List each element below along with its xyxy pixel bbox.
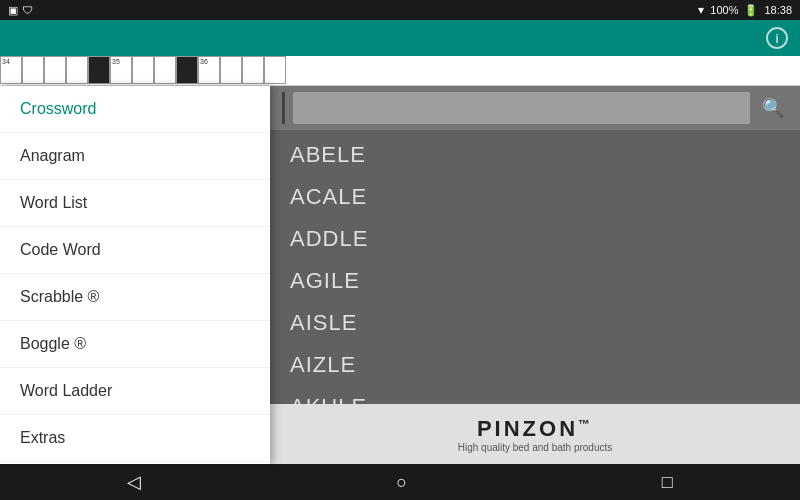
app-icon: ▣ bbox=[8, 4, 18, 17]
grid-cell[interactable] bbox=[264, 56, 286, 84]
clock: 18:38 bbox=[764, 4, 792, 16]
grid-cell-black bbox=[88, 56, 110, 84]
wifi-icon: ▾ bbox=[698, 3, 704, 17]
search-input-wrap bbox=[293, 92, 750, 124]
main-content: CrosswordAnagramWord ListCode WordScrabb… bbox=[0, 86, 800, 464]
grid-cell[interactable] bbox=[66, 56, 88, 84]
back-button[interactable]: ◁ bbox=[107, 467, 161, 497]
grid-cell[interactable] bbox=[132, 56, 154, 84]
sidebar-item-settings[interactable]: Settings bbox=[0, 462, 270, 464]
battery-icon: 🔋 bbox=[744, 4, 758, 17]
search-input[interactable] bbox=[303, 100, 740, 116]
sidebar-item-boggle[interactable]: Boggle ® bbox=[0, 321, 270, 368]
word-item[interactable]: AGILE bbox=[270, 260, 800, 302]
shield-icon: 🛡 bbox=[22, 4, 33, 16]
grid-cell-35[interactable]: 35 bbox=[110, 56, 132, 84]
sidebar-item-anagram[interactable]: Anagram bbox=[0, 133, 270, 180]
crossword-grid[interactable]: 34 35 36 bbox=[0, 56, 800, 86]
ad-tagline: High quality bed and bath products bbox=[458, 442, 613, 453]
search-bar: 🔍 bbox=[270, 86, 800, 130]
sidebar: CrosswordAnagramWord ListCode WordScrabb… bbox=[0, 86, 270, 464]
word-item[interactable]: ADDLE bbox=[270, 218, 800, 260]
sidebar-item-code-word[interactable]: Code Word bbox=[0, 227, 270, 274]
grid-cell[interactable] bbox=[154, 56, 176, 84]
word-item[interactable]: AISLE bbox=[270, 302, 800, 344]
grid-cell-34[interactable]: 34 bbox=[0, 56, 22, 84]
sidebar-item-extras[interactable]: Extras bbox=[0, 415, 270, 462]
word-item[interactable]: AKULE bbox=[270, 386, 800, 404]
ad-banner: PINZON™ High quality bed and bath produc… bbox=[270, 404, 800, 464]
sidebar-item-scrabble[interactable]: Scrabble ® bbox=[0, 274, 270, 321]
word-item[interactable]: AIZLE bbox=[270, 344, 800, 386]
sidebar-item-crossword[interactable]: Crossword bbox=[0, 86, 270, 133]
home-button[interactable]: ○ bbox=[376, 468, 427, 497]
battery-percent: 100% bbox=[710, 4, 738, 16]
bottom-nav: ◁ ○ □ bbox=[0, 464, 800, 500]
sidebar-item-word-ladder[interactable]: Word Ladder bbox=[0, 368, 270, 415]
grid-cell[interactable] bbox=[242, 56, 264, 84]
status-bar: ▣ 🛡 ▾ 100% 🔋 18:38 bbox=[0, 0, 800, 20]
info-button[interactable]: i bbox=[766, 27, 788, 49]
status-left-icons: ▣ 🛡 bbox=[8, 4, 33, 17]
right-area: 🔍 ABELEACALEADDLEAGILEAISLEAIZLEAKULEAMB… bbox=[270, 86, 800, 464]
toolbar: i bbox=[0, 20, 800, 56]
word-item[interactable]: ACALE bbox=[270, 176, 800, 218]
ad-brand: PINZON™ bbox=[477, 416, 593, 442]
search-icon[interactable]: 🔍 bbox=[758, 93, 788, 123]
grid-cell[interactable] bbox=[22, 56, 44, 84]
recent-button[interactable]: □ bbox=[642, 468, 693, 497]
grid-cell[interactable] bbox=[220, 56, 242, 84]
word-list[interactable]: ABELEACALEADDLEAGILEAISLEAIZLEAKULEAMBLE… bbox=[270, 130, 800, 404]
grid-cell-36[interactable]: 36 bbox=[198, 56, 220, 84]
grid-cell-black bbox=[176, 56, 198, 84]
status-right-icons: ▾ 100% 🔋 18:38 bbox=[698, 3, 792, 17]
grid-row: 34 35 36 bbox=[0, 56, 286, 85]
search-divider bbox=[282, 92, 285, 124]
sidebar-item-word-list[interactable]: Word List bbox=[0, 180, 270, 227]
word-item[interactable]: ABELE bbox=[270, 134, 800, 176]
grid-cell[interactable] bbox=[44, 56, 66, 84]
